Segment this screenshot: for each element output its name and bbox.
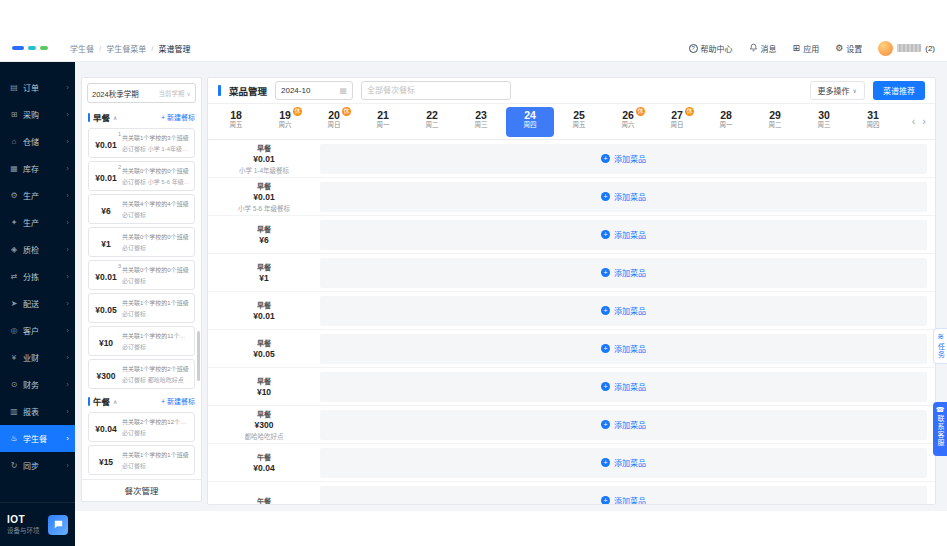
sidebar-item[interactable]: ⌂ 仓储 ›	[0, 128, 75, 155]
collapse-icon: ∧	[113, 114, 117, 121]
iot-panel[interactable]: IOT 设备与环境	[0, 502, 75, 546]
sidebar-item[interactable]: ✦ 生产 ›	[0, 209, 75, 236]
new-meal-standard-button[interactable]: + 新建餐标	[161, 396, 195, 406]
sidebar-item[interactable]: ➤ 配送 ›	[0, 290, 75, 317]
search-input[interactable]	[361, 81, 511, 100]
add-dish-button[interactable]: + 添加菜品	[601, 191, 646, 202]
sidebar-item[interactable]: ◈ 质检 ›	[0, 236, 75, 263]
recipe-recommend-button[interactable]: 菜谱推荐	[873, 81, 925, 100]
sidebar-item-label: 仓储	[23, 136, 62, 147]
add-dish-button[interactable]: + 添加菜品	[601, 305, 646, 316]
sidebar-item[interactable]: ⇄ 分拣 ›	[0, 263, 75, 290]
more-actions-button[interactable]: 更多操作 ∨	[810, 81, 865, 100]
menu-row: 早餐 ¥1 + 添加菜品	[208, 254, 935, 292]
day-weekday: 周五	[555, 121, 603, 129]
calendar-day-cell[interactable]: 休 27 周日	[653, 107, 701, 137]
meal-standard-card[interactable]: ¥0.01 1 共关联1个学校的3个班级 必订餐标 小学 1-4年级餐标	[88, 128, 195, 158]
add-dish-button[interactable]: + 添加菜品	[601, 343, 646, 354]
meal-standard-card[interactable]: ¥6 共关联4个学校的4个班级 必订餐标	[88, 194, 195, 224]
sidebar-item-label: 订单	[23, 82, 62, 93]
calendar-day-cell[interactable]: 休 26 周六	[604, 107, 652, 137]
help-center-button[interactable]: ? 帮助中心	[689, 43, 733, 54]
meal-standard-card[interactable]: ¥0.04 共关联2个学校的12个班级 必订餐标	[88, 412, 195, 442]
sidebar-nav: ▤ 订单 › ⊞ 采购 › ⌂ 仓储 › ▦ 库存	[0, 62, 75, 546]
meal-desc: 小学 5-6 年级餐标	[238, 203, 290, 213]
breakfast-section-header[interactable]: 早餐 ∧ + 新建餐标	[82, 108, 201, 125]
meal-standard-card[interactable]: ¥1 共关联0个学校的0个班级 必订餐标	[88, 227, 195, 257]
dish-slot: + 添加菜品	[320, 448, 927, 478]
contact-support-floater[interactable]: ☎ 联系客服	[933, 402, 947, 456]
settings-button[interactable]: ⚙ 设置	[835, 43, 862, 54]
add-dish-button[interactable]: + 添加菜品	[601, 267, 646, 278]
meal-standard-card[interactable]: ¥300 共关联1个学校的2个班级 必订餐标 都哈哈吃好点	[88, 359, 195, 389]
add-dish-button[interactable]: + 添加菜品	[601, 229, 646, 240]
add-dish-button[interactable]: + 添加菜品	[601, 153, 646, 164]
calendar-day-cell[interactable]: 21 周一	[359, 107, 407, 137]
chevron-down-icon: ∨	[187, 90, 191, 97]
sidebar-item[interactable]: ⚙ 生产 ›	[0, 182, 75, 209]
plus-icon: +	[601, 382, 610, 391]
calendar-day-cell[interactable]: 31 周四	[849, 107, 897, 137]
messages-label: 消息	[761, 43, 777, 54]
orders-icon: ▤	[9, 83, 19, 92]
add-dish-button[interactable]: + 添加菜品	[601, 419, 646, 430]
iot-title: IOT	[7, 514, 40, 525]
calendar-day-cell[interactable]: 23 周三	[457, 107, 505, 137]
breadcrumb-item[interactable]: 学生餐	[70, 43, 94, 54]
calendar-day-cell[interactable]: 休 19 周六	[261, 107, 309, 137]
collapse-icon: ∧	[113, 398, 117, 405]
calendar-day-cell[interactable]: 25 周五	[555, 107, 603, 137]
new-meal-standard-button[interactable]: + 新建餐标	[161, 112, 195, 122]
next-week-button[interactable]: ›	[922, 116, 926, 127]
prev-week-button[interactable]: ‹	[912, 116, 916, 127]
card-price: ¥1	[101, 239, 110, 249]
sidebar-item[interactable]: ▥ 报表 ›	[0, 398, 75, 425]
breadcrumb-item[interactable]: 学生餐菜单	[106, 43, 146, 54]
sidebar-item[interactable]: ▤ 订单 ›	[0, 74, 75, 101]
calendar-day-cell[interactable]: 22 周二	[408, 107, 456, 137]
sidebar-item-label: 报表	[23, 406, 62, 417]
calendar-day-cell[interactable]: 18 周五	[212, 107, 260, 137]
user-menu[interactable]: (2)	[878, 41, 935, 56]
card-tags-text: 必订餐标	[122, 210, 190, 219]
day-number: 25	[555, 109, 603, 122]
meal-standard-card[interactable]: ¥10 共关联1个学校的11个班级 必订餐标	[88, 326, 195, 356]
meal-price: ¥6	[259, 235, 268, 245]
tasks-floater[interactable]: ≋ 任务	[933, 328, 947, 364]
day-number: 29	[751, 109, 799, 122]
calendar-day-cell[interactable]: 30 周三	[800, 107, 848, 137]
semester-select[interactable]: 2024秋季学期 当前学期 ∨	[87, 83, 196, 103]
meal-standard-card[interactable]: ¥0.01 2 共关联0个学校的0个班级 必订餐标 小学 5-6 年级餐标	[88, 161, 195, 191]
meal-standard-card[interactable]: ¥0.05 共关联1个学校的1个班级 必订餐标	[88, 293, 195, 323]
month-picker[interactable]: 2024-10 ▦	[275, 81, 353, 100]
meal-times-management-button[interactable]: 餐次管理	[82, 479, 201, 501]
card-relation-text: 共关联0个学校的0个班级	[122, 265, 190, 274]
app-logo[interactable]	[12, 46, 48, 50]
add-dish-button[interactable]: + 添加菜品	[601, 495, 646, 505]
meal-standard-card[interactable]: ¥15 共关联1个学校的1个班级 必订餐标	[88, 445, 195, 475]
day-number: 21	[359, 109, 407, 122]
calendar-day-cell[interactable]: 28 周一	[702, 107, 750, 137]
add-dish-button[interactable]: + 添加菜品	[601, 381, 646, 392]
scrollbar-thumb[interactable]	[197, 331, 200, 381]
card-relation-text: 共关联1个学校的11个班级	[122, 331, 190, 340]
apps-button[interactable]: ⊞ 应用	[793, 43, 820, 54]
calendar-day-cell[interactable]: 休 20 周日	[310, 107, 358, 137]
card-price: ¥0.01	[95, 173, 116, 183]
lunch-section-header[interactable]: 午餐 ∧ + 新建餐标	[82, 392, 201, 409]
sidebar-item[interactable]: ♨ 学生餐 ›	[0, 425, 75, 452]
day-weekday: 周四	[849, 121, 897, 129]
messages-button[interactable]: 消息	[749, 43, 777, 54]
calendar-day-cell[interactable]: 24 周四	[506, 107, 554, 137]
sidebar-item[interactable]: ⊙ 财务 ›	[0, 371, 75, 398]
sidebar-item[interactable]: ¥ 业财 ›	[0, 344, 75, 371]
add-dish-button[interactable]: + 添加菜品	[601, 457, 646, 468]
sidebar-item[interactable]: ◎ 客户 ›	[0, 317, 75, 344]
sidebar-item[interactable]: ↻ 同步 ›	[0, 452, 75, 479]
sidebar-item[interactable]: ⊞ 采购 ›	[0, 101, 75, 128]
day-weekday: 周二	[408, 121, 456, 129]
meal-standard-card[interactable]: ¥0.01 3 共关联0个学校的0个班级 必订餐标	[88, 260, 195, 290]
calendar-day-cell[interactable]: 29 周二	[751, 107, 799, 137]
quality-check-icon: ◈	[9, 245, 19, 254]
sidebar-item[interactable]: ▦ 库存 ›	[0, 155, 75, 182]
